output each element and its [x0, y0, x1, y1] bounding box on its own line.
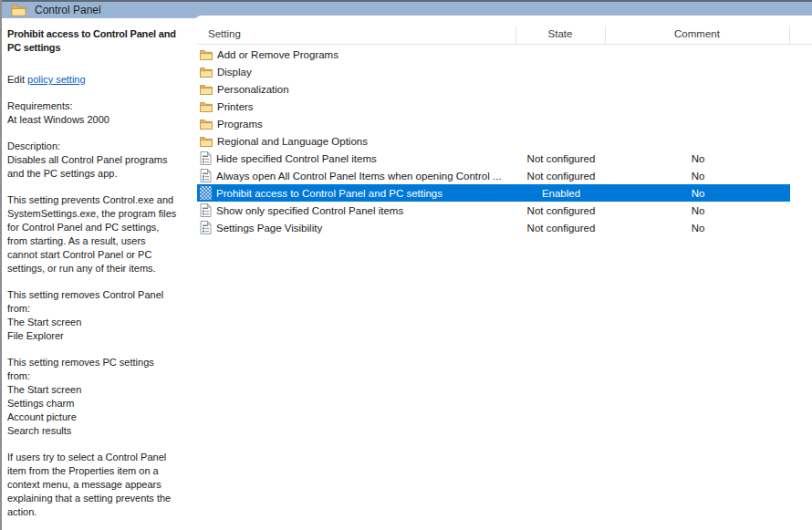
requirements-text: Requirements: At least Windows 2000 — [7, 99, 197, 127]
policy-setting-link[interactable]: policy setting — [27, 74, 86, 85]
setting-name: Display — [217, 67, 516, 78]
list-item-setting[interactable]: Settings Page Visibility Not configured … — [196, 219, 790, 236]
pane-left-border — [0, 0, 2, 530]
setting-name: Hide specified Control Panel items — [216, 153, 516, 164]
folder-icon — [200, 101, 213, 112]
list-item-setting[interactable]: Show only specified Control Panel items … — [196, 202, 790, 219]
list-item-folder[interactable]: Printers — [196, 98, 790, 115]
list-item-folder[interactable]: Display — [196, 63, 790, 80]
policy-icon — [200, 221, 212, 234]
column-divider[interactable] — [605, 26, 606, 43]
column-divider[interactable] — [515, 26, 516, 43]
comment-value: No — [606, 205, 790, 216]
column-header-state[interactable]: State — [515, 28, 605, 39]
list-item-setting-selected[interactable]: Prohibit access to Control Panel and PC … — [196, 184, 790, 202]
list-item-folder[interactable]: Personalization — [196, 80, 790, 98]
comment-value: No — [606, 223, 790, 234]
policy-description-pane: Prohibit access to Control Panel and PC … — [2, 18, 197, 530]
folder-icon — [11, 4, 26, 16]
column-header-comment[interactable]: Comment — [605, 28, 789, 39]
settings-list-panel: Setting State Comment Add or Remove Prog… — [193, 16, 812, 530]
policy-icon — [200, 186, 212, 200]
column-divider[interactable] — [789, 26, 790, 43]
setting-name: Add or Remove Programs — [217, 49, 516, 60]
gpedit-extended-view: Control Panel Prohibit access to Control… — [0, 0, 812, 530]
policy-icon — [200, 169, 212, 182]
window-top-border — [0, 0, 812, 2]
setting-name: Always open All Control Panel Items when… — [216, 171, 516, 182]
edit-label: Edit — [7, 74, 27, 85]
setting-name: Prohibit access to Control Panel and PC … — [216, 188, 516, 199]
setting-name: Regional and Language Options — [217, 136, 516, 147]
folder-icon — [200, 49, 213, 60]
policy-icon — [200, 151, 212, 165]
setting-name: Personalization — [217, 84, 516, 95]
policy-icon — [200, 203, 212, 217]
description-text: This setting removes Control Panel from:… — [7, 288, 197, 343]
settings-list: Add or Remove Programs Display Personali… — [196, 46, 790, 236]
selected-policy-title: Prohibit access to Control Panel and PC … — [7, 27, 197, 55]
list-item-setting[interactable]: Always open All Control Panel Items when… — [196, 167, 790, 184]
setting-name: Settings Page Visibility — [216, 223, 516, 234]
setting-name: Programs — [217, 119, 516, 130]
column-header-setting[interactable]: Setting — [208, 28, 241, 39]
setting-name: Printers — [217, 101, 516, 112]
list-item-folder[interactable]: Programs — [196, 115, 790, 132]
folder-icon — [200, 136, 213, 147]
comment-value: No — [606, 171, 790, 182]
folder-icon — [200, 67, 213, 78]
description-text: This setting removes PC settings from: T… — [7, 356, 197, 438]
folder-icon — [200, 84, 213, 95]
setting-name: Show only specified Control Panel items — [216, 205, 516, 216]
description-text: Description: Disables all Control Panel … — [7, 140, 197, 181]
state-value: Not configured — [516, 171, 606, 182]
state-value: Enabled — [516, 188, 606, 199]
list-item-folder[interactable]: Regional and Language Options — [196, 132, 790, 150]
state-value: Not configured — [516, 223, 606, 234]
folder-icon — [200, 119, 213, 130]
comment-value: No — [606, 153, 790, 164]
list-item-setting[interactable]: Hide specified Control Panel items Not c… — [196, 150, 790, 167]
page-title: Control Panel — [35, 4, 101, 16]
state-value: Not configured — [516, 153, 606, 164]
description-text: This setting prevents Control.exe and Sy… — [7, 193, 197, 275]
list-item-folder[interactable]: Add or Remove Programs — [196, 46, 790, 63]
comment-value: No — [606, 188, 790, 199]
list-column-header: Setting State Comment — [193, 26, 812, 45]
description-text: If users try to select a Control Panel i… — [7, 451, 197, 519]
state-value: Not configured — [516, 205, 606, 216]
edit-policy-line: Edit policy setting — [7, 73, 197, 87]
